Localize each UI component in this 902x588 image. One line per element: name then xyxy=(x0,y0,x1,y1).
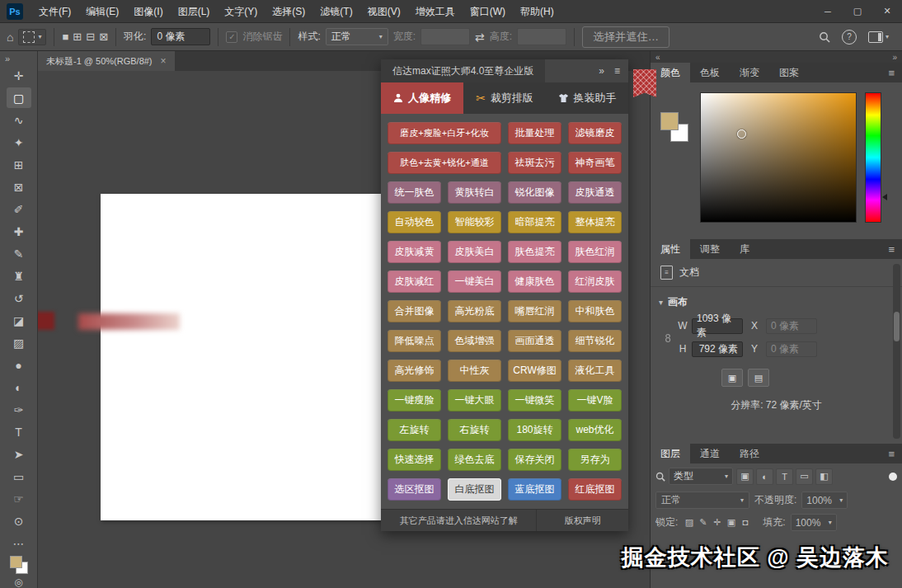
tab-channels[interactable]: 通道 xyxy=(690,444,730,463)
clone-stamp-tool[interactable]: ♜ xyxy=(7,266,31,286)
filter-adjustment-layers-icon[interactable]: ◐ xyxy=(756,468,773,485)
tab-crop-layout[interactable]: ✂ 裁剪排版 xyxy=(463,82,546,114)
link-dimensions-icon[interactable]: 8 xyxy=(659,330,677,344)
plugin-button-8-1[interactable]: 中性灰 xyxy=(448,360,501,382)
plugin-button-8-2[interactable]: CRW修图 xyxy=(508,360,561,382)
workspace-switcher[interactable]: ▾ xyxy=(868,31,889,43)
gradient-tool[interactable]: ▨ xyxy=(7,332,31,353)
menu-item-2[interactable]: 图像(I) xyxy=(126,0,170,23)
blend-mode-select[interactable]: 正常▾ xyxy=(655,492,749,509)
copyright-link[interactable]: 版权声明 xyxy=(537,510,628,531)
plugin-button-11-2[interactable]: 保存关闭 xyxy=(508,449,561,471)
plugin-button-12-3[interactable]: 红底抠图 xyxy=(568,478,622,501)
tab-portrait-retouch[interactable]: 人像精修 xyxy=(381,82,463,114)
artboard-icon-button[interactable]: ▣ xyxy=(721,369,743,387)
height-input[interactable] xyxy=(517,28,566,45)
panel-menu-icon[interactable]: ≡ xyxy=(881,63,902,82)
marquee-tool[interactable]: ▢ xyxy=(7,87,31,108)
color-swatches[interactable] xyxy=(10,556,28,574)
close-tab-icon[interactable]: × xyxy=(161,55,167,67)
expand-dock-icon[interactable]: « xyxy=(655,53,660,62)
plugin-button-3-2[interactable]: 暗部提亮 xyxy=(508,211,561,233)
plugin-button-0-2[interactable]: 滤镜磨皮 xyxy=(568,122,622,144)
menu-item-5[interactable]: 选择(S) xyxy=(265,0,312,23)
hue-slider[interactable] xyxy=(865,92,881,223)
plugin-button-1-1[interactable]: 祛斑去污 xyxy=(508,152,561,174)
plugin-button-5-1[interactable]: 一键美白 xyxy=(448,270,501,293)
frame-tool[interactable]: ⊠ xyxy=(7,176,31,197)
plugin-button-3-1[interactable]: 智能较彩 xyxy=(448,211,501,233)
blur-tool[interactable]: ● xyxy=(7,355,31,375)
home-icon[interactable]: ⌂ xyxy=(7,31,13,44)
panel-menu-icon[interactable]: ≡ xyxy=(881,444,902,463)
foreground-color-swatch[interactable] xyxy=(10,556,22,568)
menu-item-10[interactable]: 帮助(H) xyxy=(513,0,561,23)
plugin-button-10-2[interactable]: 180旋转 xyxy=(508,419,561,441)
plugin-button-2-2[interactable]: 锐化图像 xyxy=(508,181,561,204)
type-tool[interactable]: T xyxy=(7,421,31,442)
filter-smart-objects-icon[interactable]: ◧ xyxy=(815,468,833,485)
add-to-selection-icon[interactable]: ⊞ xyxy=(73,31,82,43)
plugin-button-9-2[interactable]: 一键微笑 xyxy=(508,389,561,412)
crop-tool[interactable]: ⊞ xyxy=(7,154,31,175)
tab-patterns[interactable]: 图案 xyxy=(769,63,809,82)
plugin-button-5-0[interactable]: 皮肤减红 xyxy=(388,270,441,293)
hand-tool[interactable]: ☞ xyxy=(7,488,31,509)
plugin-button-10-3[interactable]: web优化 xyxy=(568,419,622,441)
tool-preset-dropdown[interactable]: ▾ xyxy=(18,29,46,45)
collapse-dock-icon[interactable]: » xyxy=(892,53,897,62)
style-select[interactable]: 正常▾ xyxy=(326,28,388,45)
plugin-button-6-0[interactable]: 合并图像 xyxy=(388,300,441,322)
quick-selection-tool[interactable]: ✦ xyxy=(7,132,31,153)
canvas-width-field[interactable]: 1093 像素 xyxy=(692,318,743,334)
plugin-button-8-0[interactable]: 高光修饰 xyxy=(388,360,441,382)
eyedropper-tool[interactable]: ✐ xyxy=(7,199,31,219)
more-tools[interactable]: ⋯ xyxy=(7,533,31,553)
lock-all-icon[interactable]: ◘ xyxy=(739,517,751,528)
dodge-tool[interactable]: ◐ xyxy=(7,377,31,397)
plugin-button-2-3[interactable]: 皮肤通透 xyxy=(568,181,622,204)
canvas-height-field[interactable]: 792 像素 xyxy=(692,341,743,357)
plugin-button-9-3[interactable]: 一键V脸 xyxy=(568,389,622,412)
layer-filter-type-select[interactable]: 类型▾ xyxy=(669,468,733,485)
plugin-button-6-1[interactable]: 高光粉底 xyxy=(448,300,501,322)
healing-brush-tool[interactable]: ✚ xyxy=(7,221,31,242)
tab-swatches[interactable]: 色板 xyxy=(690,63,730,82)
plugin-button-7-2[interactable]: 画面通透 xyxy=(508,330,561,352)
plugin-button-7-3[interactable]: 细节锐化 xyxy=(568,330,622,352)
menu-item-7[interactable]: 视图(V) xyxy=(360,0,408,23)
panel-menu-icon[interactable]: ≡ xyxy=(881,239,902,259)
plugin-button-12-0[interactable]: 选区抠图 xyxy=(388,478,441,501)
quick-mask-icon[interactable]: ◎ xyxy=(14,577,22,588)
menu-item-1[interactable]: 编辑(E) xyxy=(78,0,126,23)
rectangle-tool[interactable]: ▭ xyxy=(7,466,31,487)
plugin-button-9-0[interactable]: 一键瘦脸 xyxy=(388,389,441,412)
brush-tool[interactable]: ✎ xyxy=(7,243,31,264)
search-icon[interactable] xyxy=(819,31,830,43)
document-tab[interactable]: 未标题-1 @ 50%(RGB/8#) × xyxy=(38,51,175,71)
filter-shape-layers-icon[interactable]: ▭ xyxy=(796,468,813,485)
swap-dimensions-icon[interactable]: ⇄ xyxy=(475,31,485,44)
history-brush-tool[interactable]: ↺ xyxy=(7,288,31,308)
fill-field[interactable]: 100%▾ xyxy=(791,514,837,531)
minimize-button[interactable]: ─ xyxy=(813,0,843,22)
menu-item-9[interactable]: 窗口(W) xyxy=(463,0,513,23)
hue-slider-marker[interactable] xyxy=(882,194,887,200)
tab-outfit-assistant[interactable]: 换装助手 xyxy=(546,82,628,114)
plugin-button-12-2[interactable]: 蓝底抠图 xyxy=(508,478,561,501)
plugin-button-4-1[interactable]: 皮肤美白 xyxy=(448,241,501,263)
plugin-button-11-0[interactable]: 快速选择 xyxy=(388,449,441,471)
plugin-button-0-1[interactable]: 批量处理 xyxy=(508,122,561,144)
color-picker-marker[interactable] xyxy=(737,129,746,139)
tab-color[interactable]: 颜色 xyxy=(651,63,690,82)
filter-type-layers-icon[interactable]: T xyxy=(776,468,793,485)
tab-adjustments[interactable]: 调整 xyxy=(690,239,730,259)
help-icon[interactable]: ? xyxy=(842,30,857,45)
eraser-tool[interactable]: ◪ xyxy=(7,310,31,331)
plugin-menu-icon[interactable]: ≡ xyxy=(614,65,620,77)
canvas-x-field[interactable]: 0 像素 xyxy=(766,318,817,334)
plugin-button-10-1[interactable]: 右旋转 xyxy=(448,419,501,441)
plugin-button-8-3[interactable]: 液化工具 xyxy=(568,360,622,382)
plugin-button-2-0[interactable]: 统一肤色 xyxy=(388,181,441,204)
filter-toggle-icon[interactable] xyxy=(889,473,897,481)
